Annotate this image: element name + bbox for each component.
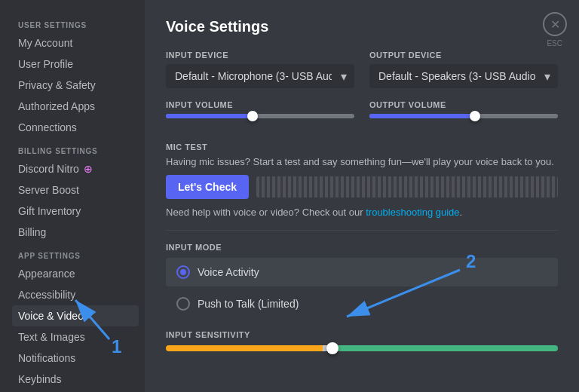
app-settings-section: APP SETTINGS [18,252,145,260]
sidebar-item-label: Keybinds [18,373,62,385]
close-button[interactable]: ✕ [543,12,567,36]
mic-test-row: Let's Check [166,175,558,199]
help-text: Need help with voice or video? Check out… [166,207,558,218]
sidebar-item-keybinds[interactable]: Keybinds [12,369,139,390]
sidebar-item-label: Connections [18,121,77,133]
sidebar-item-text-images[interactable]: Text & Images [12,326,139,348]
sidebar-item-connections[interactable]: Connections [12,117,139,138]
sidebar-item-label: Accessibility [18,289,75,301]
sidebar-item-label: Voice & Video [18,310,84,322]
nitro-icon: ⊕ [84,163,93,175]
sidebar-item-label: My Account [18,37,72,49]
voice-activity-radio[interactable] [176,265,190,279]
sidebar-item-gift-inventory[interactable]: Gift Inventory [12,201,139,222]
input-device-wrapper[interactable]: Default - Microphone (3- USB Audio Devic [166,64,354,88]
sidebar-item-label: Privacy & Safety [18,79,96,91]
voice-activity-option[interactable]: Voice Activity [166,258,558,286]
output-device-label: OUTPUT DEVICE [369,51,558,60]
input-sensitivity-label: INPUT SENSITIVITY [166,330,558,339]
main-content: Voice Settings ✕ ESC INPUT DEVICE Defaul… [145,0,579,392]
sidebar-item-accessibility[interactable]: Accessibility [12,284,139,305]
close-icon: ✕ [550,17,560,32]
sidebar-item-appearance[interactable]: Appearance [12,263,139,284]
sidebar-item-label: User Profile [18,58,73,70]
output-volume-label: OUTPUT VOLUME [369,100,558,109]
devices-row: INPUT DEVICE Default - Microphone (3- US… [166,51,558,88]
output-volume-col: OUTPUT VOLUME [369,100,558,118]
sidebar-item-label: Gift Inventory [18,205,81,217]
sidebar-item-label: Appearance [18,268,75,280]
volumes-row: INPUT VOLUME OUTPUT VOLUME [166,100,558,130]
user-settings-section: USER SETTINGS [18,21,145,29]
lets-check-button[interactable]: Let's Check [166,175,249,199]
help-text-before: Need help with voice or video? Check out… [166,207,366,218]
divider-1 [166,230,558,231]
mic-test-label: MIC TEST [166,142,558,152]
sidebar-item-discord-nitro[interactable]: Discord Nitro ⊕ [12,158,139,179]
sidebar-item-label: Authorized Apps [18,100,95,112]
input-device-label: INPUT DEVICE [166,51,354,60]
sidebar-item-authorized-apps[interactable]: Authorized Apps [12,96,139,117]
push-to-talk-option[interactable]: Push to Talk (Limited) [166,289,558,318]
input-mode-section: INPUT MODE Voice Activity Push to Talk (… [166,243,558,318]
output-volume-track[interactable] [369,114,558,118]
sidebar-item-user-profile[interactable]: User Profile [12,54,139,75]
sidebar-item-label: Notifications [18,352,75,364]
sensitivity-thumb[interactable] [326,342,339,354]
sidebar: USER SETTINGS My Account User Profile Pr… [0,0,145,392]
sidebar-item-label: Billing [18,226,46,238]
input-volume-thumb[interactable] [247,111,258,121]
output-volume-thumb[interactable] [470,111,480,121]
input-volume-track[interactable] [166,114,354,118]
mic-meter [256,176,558,198]
help-text-after: . [460,207,463,218]
mic-test-desc: Having mic issues? Start a test and say … [166,156,558,167]
troubleshooting-link[interactable]: troubleshooting guide [366,207,459,218]
sidebar-item-label: Discord Nitro [18,163,79,175]
sidebar-item-my-account[interactable]: My Account [12,32,139,54]
sensitivity-track[interactable] [166,345,558,351]
input-sensitivity-section: INPUT SENSITIVITY [166,330,558,351]
output-device-col: OUTPUT DEVICE Default - Speakers (3- USB… [369,51,558,88]
input-volume-col: INPUT VOLUME [166,100,354,118]
sidebar-item-server-boost[interactable]: Server Boost [12,179,139,201]
output-device-wrapper[interactable]: Default - Speakers (3- USB Audio Device) [369,64,558,88]
sidebar-item-notifications[interactable]: Notifications [12,348,139,369]
sidebar-item-privacy-safety[interactable]: Privacy & Safety [12,75,139,96]
mic-test-section: MIC TEST Having mic issues? Start a test… [166,142,558,218]
sidebar-item-label: Text & Images [18,331,85,343]
output-device-select[interactable]: Default - Speakers (3- USB Audio Device) [369,64,558,88]
input-mode-label: INPUT MODE [166,243,558,252]
input-device-col: INPUT DEVICE Default - Microphone (3- US… [166,51,354,88]
input-volume-label: INPUT VOLUME [166,100,354,109]
push-to-talk-radio[interactable] [176,297,190,311]
input-volume-fill [166,114,251,118]
sidebar-item-voice-video[interactable]: Voice & Video [12,305,139,326]
page-title: Voice Settings [166,18,558,35]
input-device-select[interactable]: Default - Microphone (3- USB Audio Devic [166,64,354,88]
voice-activity-label: Voice Activity [198,266,259,278]
billing-settings-section: BILLING SETTINGS [18,147,145,155]
output-volume-fill [369,114,473,118]
push-to-talk-label: Push to Talk (Limited) [198,298,299,310]
sidebar-item-label: Server Boost [18,184,79,196]
sidebar-item-billing[interactable]: Billing [12,222,139,243]
esc-label: ESC [547,39,562,47]
